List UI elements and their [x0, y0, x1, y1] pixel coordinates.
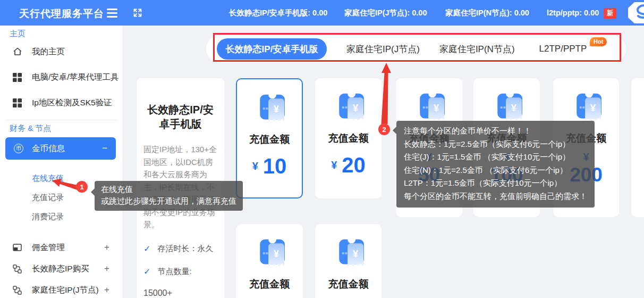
wallet-icon: ¥ [329, 93, 368, 125]
app-root: 天行代理服务平台 长效静态IP/安卓手机版:0.00 家庭住宅IP(J节点):0… [0, 0, 644, 298]
wallet-icon: ¥ [410, 93, 448, 125]
sidebar: 主页 我的主页 电脑/安卓/苹果代理工具 Ip地区检测及SK5验证 财务 & 节… [0, 26, 123, 298]
panel-icon [13, 243, 22, 252]
new-badge: 新 [604, 8, 616, 19]
sidebar-item-my-home[interactable]: 我的主页 [0, 41, 123, 62]
svg-text:¥: ¥ [511, 102, 516, 113]
recharge-card-20[interactable]: ¥ 充值金额 ¥20 [315, 78, 382, 198]
balance-l2tp: l2tp/pptp:0.00新 [547, 8, 616, 19]
check-icon: ✓ [143, 244, 150, 254]
check-icon: ✓ [143, 267, 150, 277]
recharge-label: 充值金额 [249, 133, 290, 146]
sidebar-section-home: 主页 [10, 29, 26, 39]
grid-icon [13, 73, 22, 82]
recharge-amount: ¥10 [252, 154, 287, 178]
partition-tabbar: 长效静态IP/安卓手机版 家庭住宅IP(J节点) 家庭住宅IP(N节点) L2T… [206, 35, 626, 63]
sidebar-section-finance: 财务 & 节点 [10, 123, 51, 134]
sidebar-item-coin-info[interactable]: 币 金币信息 − [5, 137, 116, 160]
node-count-value: 15000+ [143, 288, 217, 298]
product-title: 长效静态IP/安卓手机版 [143, 103, 217, 131]
feature-lifetime: ✓存活时长：永久 [143, 244, 217, 254]
svg-text:¥: ¥ [590, 102, 596, 113]
sidebar-item-label: 家庭住宅IP(J节点) [32, 285, 99, 296]
tooltip-arrow [91, 188, 95, 196]
step1-tooltip: 在线充值 或跳过此步骤先开通试用，满意再充值 [95, 181, 243, 211]
recharge-card-10[interactable]: ¥ 充值金额 ¥10 [236, 78, 303, 198]
svg-text:¥: ¥ [433, 102, 439, 113]
recharge-card-partial[interactable] [631, 78, 644, 217]
svg-text:¥: ¥ [352, 248, 358, 259]
recharge-label: 充值金额 [249, 277, 290, 291]
sidebar-item-proxy-tools[interactable]: 电脑/安卓/苹果代理工具 [0, 67, 123, 88]
sidebar-item-label: Ip地区检测及SK5验证 [32, 97, 112, 109]
recharge-amount: ¥20 [331, 153, 366, 177]
grid-icon [13, 98, 22, 107]
step2-tooltip: 注意每个分区的金币单价不一样！！ 长效静态：1元=2.5金币（实际支付6元一个i… [396, 121, 595, 208]
wallet-icon: ¥ [329, 238, 368, 270]
sidebar-item-ip-check[interactable]: Ip地区检测及SK5验证 [0, 92, 123, 113]
recharge-card-row2-1[interactable]: ¥ 充值金额 [236, 224, 303, 298]
sidebar-item-label: 金币信息 [32, 143, 65, 154]
home-icon [13, 47, 22, 56]
balance-home-n: 家庭住宅IP(N节点):0.00 [445, 8, 529, 18]
wallet-icon: ¥ [250, 238, 289, 270]
recharge-label: 充值金额 [328, 277, 369, 291]
wallet-icon: ¥ [250, 94, 289, 126]
tab-l2tp-pptp[interactable]: L2TP/PPTP Hot [539, 44, 587, 54]
tab-home-ip-n[interactable]: 家庭住宅IP(N节点) [439, 43, 515, 55]
recharge-label: 充值金额 [328, 131, 369, 145]
recharge-card-row2-2[interactable]: ¥ 充值金额 [315, 224, 382, 298]
nodes-icon [13, 286, 22, 295]
sidebar-divider [5, 120, 118, 120]
expand-icon[interactable]: + [104, 242, 109, 253]
tab-static-ip[interactable]: 长效静态IP/安卓手机版 [217, 38, 327, 60]
coin-icon: 币 [14, 144, 23, 153]
sidebar-item-label: 长效静态IP购买 [32, 263, 89, 275]
hot-badge: Hot [590, 37, 607, 46]
nodes-icon [13, 264, 22, 274]
sidebar-item-commission[interactable]: 佣金管理 + [0, 237, 123, 258]
svg-text:¥: ¥ [274, 248, 279, 259]
wallet-icon: ¥ [488, 93, 526, 125]
expand-icon[interactable]: + [104, 285, 109, 295]
topbar: 天行代理服务平台 长效静态IP/安卓手机版:0.00 家庭住宅IP(J节点):0… [0, 0, 644, 26]
wallet-icon: ¥ [567, 93, 605, 125]
tooltip-arrow [393, 127, 396, 134]
sidebar-item-static-ip-buy[interactable]: 长效静态IP购买 + [0, 258, 123, 279]
brand-logo-icon [627, 1, 644, 27]
sidebar-item-label: 我的主页 [32, 46, 65, 57]
balance-home-j: 家庭住宅IP(J节点):0.00 [344, 8, 427, 18]
sidebar-item-label: 电脑/安卓/苹果代理工具 [32, 72, 119, 83]
app-title: 天行代理服务平台 [19, 7, 104, 21]
feature-node-count: ✓节点数量: [143, 267, 217, 277]
fullscreen-icon[interactable] [132, 7, 143, 20]
collapse-icon[interactable]: − [102, 143, 107, 154]
balance-static-ip: 长效静态IP/安卓手机版:0.00 [229, 8, 327, 18]
hamburger-menu-icon[interactable] [107, 9, 117, 20]
expand-icon[interactable]: + [104, 263, 109, 274]
tab-home-ip-j[interactable]: 家庭住宅IP(J节点) [346, 43, 420, 55]
sidebar-item-label: 佣金管理 [32, 242, 65, 253]
svg-text:¥: ¥ [274, 103, 279, 114]
svg-text:¥: ¥ [352, 102, 358, 113]
sidebar-item-home-ip-j[interactable]: 家庭住宅IP(J节点) + [0, 279, 123, 298]
